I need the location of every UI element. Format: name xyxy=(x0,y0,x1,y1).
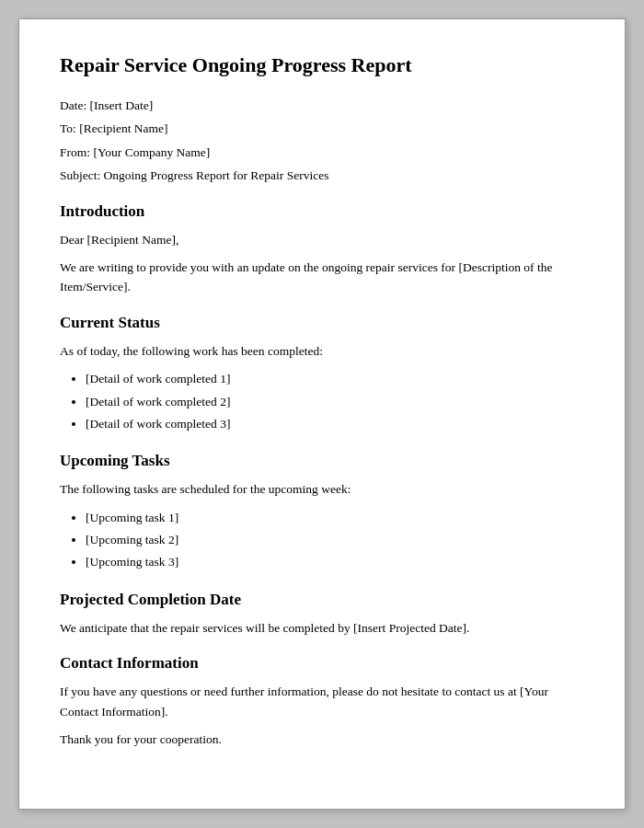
contact-information-closing: Thank you for your cooperation. xyxy=(60,730,584,750)
meta-date: Date: [Insert Date] xyxy=(60,96,584,116)
upcoming-tasks-intro: The following tasks are scheduled for th… xyxy=(60,479,584,500)
current-status-heading: Current Status xyxy=(60,314,584,332)
list-item: [Detail of work completed 1] xyxy=(86,368,584,390)
report-title: Repair Service Ongoing Progress Report xyxy=(60,52,584,79)
projected-completion-heading: Projected Completion Date xyxy=(60,591,584,609)
list-item: [Upcoming task 1] xyxy=(86,507,584,529)
contact-information-heading: Contact Information xyxy=(60,654,584,673)
report-page: Repair Service Ongoing Progress Report D… xyxy=(18,18,626,810)
list-item: [Upcoming task 2] xyxy=(86,529,584,551)
contact-information-body: If you have any questions or need furthe… xyxy=(60,682,584,721)
meta-to: To: [Recipient Name] xyxy=(60,119,584,139)
upcoming-tasks-heading: Upcoming Tasks xyxy=(60,452,584,470)
meta-subject: Subject: Ongoing Progress Report for Rep… xyxy=(60,166,584,186)
current-status-intro: As of today, the following work has been… xyxy=(60,341,584,362)
meta-from: From: [Your Company Name] xyxy=(60,143,584,163)
introduction-body: We are writing to provide you with an up… xyxy=(60,258,584,297)
list-item: [Upcoming task 3] xyxy=(86,551,584,573)
upcoming-tasks-list: [Upcoming task 1] [Upcoming task 2] [Upc… xyxy=(86,507,584,574)
list-item: [Detail of work completed 2] xyxy=(86,391,584,413)
introduction-salutation: Dear [Recipient Name], xyxy=(60,230,584,250)
current-status-list: [Detail of work completed 1] [Detail of … xyxy=(86,368,584,435)
projected-completion-body: We anticipate that the repair services w… xyxy=(60,618,584,638)
introduction-heading: Introduction xyxy=(60,202,584,221)
list-item: [Detail of work completed 3] xyxy=(86,413,584,435)
